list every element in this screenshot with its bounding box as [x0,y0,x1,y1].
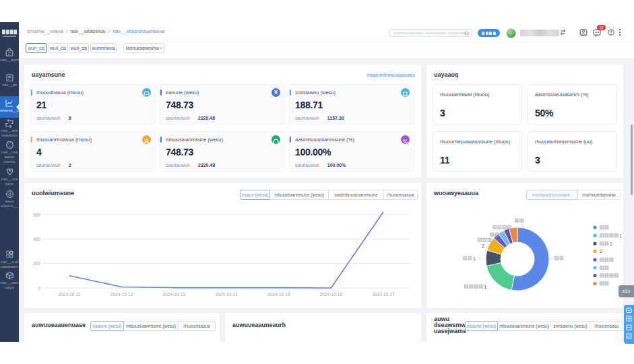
svg-text:1: 1 [610,242,612,246]
svg-text:1: 1 [619,233,622,238]
svg-text:2024-10-14: 2024-10-14 [215,292,238,297]
svg-text:2024-10-17: 2024-10-17 [372,292,395,297]
svg-text:2024-10-13: 2024-10-13 [163,292,186,297]
svg-text:200: 200 [33,261,40,266]
svg-text:2024-10-15: 2024-10-15 [267,292,290,297]
svg-text:Z: Z [482,244,485,248]
svg-text:0: 0 [38,286,40,291]
svg-text:600: 600 [33,213,40,217]
svg-text:400: 400 [33,237,40,242]
svg-text:2024-10-16: 2024-10-16 [320,292,343,297]
svg-text:2024-10-11: 2024-10-11 [59,292,81,297]
svg-text:2024-10-12: 2024-10-12 [110,292,133,297]
svg-text:Z: Z [600,249,603,254]
svg-text:1: 1 [484,285,486,289]
svg-text:1: 1 [473,256,476,261]
